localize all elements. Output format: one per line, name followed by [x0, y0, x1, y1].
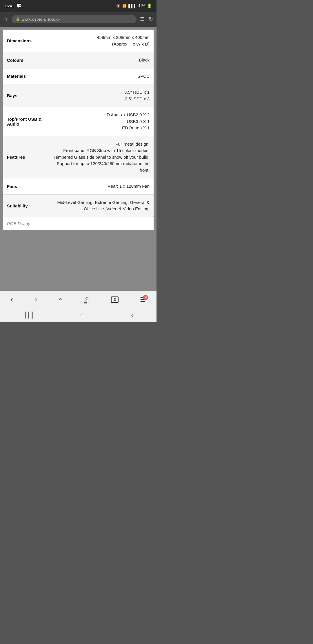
browser-bar: ☆ 🔒 www.pcspecialist.co.uk ☰ ↻: [0, 12, 156, 27]
menu-button[interactable]: ☰ N: [140, 296, 146, 303]
url-bar[interactable]: 🔒 www.pcspecialist.co.uk: [12, 15, 137, 23]
favorites-icon[interactable]: ☆: [3, 16, 8, 22]
back-button[interactable]: ‹: [11, 295, 13, 304]
table-row: Colours Black: [3, 52, 154, 68]
browser-actions: ☰ ↻: [140, 16, 153, 22]
spec-value-colours: Black: [46, 52, 154, 68]
lock-icon: 🔒: [16, 17, 20, 21]
url-text: www.pcspecialist.co.uk: [22, 17, 60, 21]
android-back-icon[interactable]: ‹: [131, 312, 133, 319]
tabs-icon: 3: [111, 296, 119, 303]
forward-icon: ›: [34, 295, 37, 304]
spec-label-bays: Bays: [3, 84, 46, 107]
table-row: Fans Rear: 1 x 120mm Fan: [3, 178, 154, 195]
bottom-nav: ‹ › ⌂ ☆☰ 3 ☰ N: [0, 291, 156, 308]
spec-label-materials: Materials: [3, 68, 46, 84]
wifi-icon: 📶: [122, 4, 127, 8]
bookmarks-icon: ☆☰: [84, 295, 90, 304]
spec-label-features: Features: [3, 136, 46, 178]
status-time: 16:41: [5, 4, 14, 8]
signal-icon: ▌▌▌: [128, 4, 137, 8]
tabs-button[interactable]: 3: [111, 296, 119, 303]
status-right: 🔇 📶 ▌▌▌ 41% 🔋: [116, 3, 152, 8]
table-row: Materials SPCC: [3, 68, 154, 85]
spec-label-suitability: Suitability: [3, 195, 46, 217]
spec-label-dimensions: Dimensions: [3, 30, 46, 52]
spec-value-usb: HD Audio + USB2.0 X 2 USB3.0 X 1 LED But…: [46, 107, 154, 136]
back-icon: ‹: [11, 295, 13, 304]
android-home-icon[interactable]: □: [81, 312, 84, 319]
table-row: Features Full metal design. Front panel …: [3, 136, 154, 179]
spec-value-bays: 3.5" HDD x 1 2.5" SSD x 3: [46, 84, 154, 107]
table-row: Top/Front USB & Audio HD Audio + USB2.0 …: [3, 107, 154, 136]
spec-value-dimensions: 458mm x 208mm x 400mm (Approx H x W x D): [46, 30, 154, 52]
status-left: 16:41 💬: [5, 3, 22, 8]
table-row: Dimensions 458mm x 208mm x 400mm (Approx…: [3, 30, 154, 52]
page-content: Dimensions 458mm x 208mm x 400mm (Approx…: [0, 27, 156, 291]
whatsapp-icon: 💬: [17, 3, 22, 8]
partial-row: RGB Ready: [3, 217, 154, 230]
spec-value-features: Full metal design. Front panel RGB Strip…: [46, 136, 154, 178]
android-nav-bar: ┃┃┃ □ ‹: [0, 308, 156, 322]
spec-value-fans: Rear: 1 x 120mm Fan: [46, 178, 154, 194]
table-row: Suitability Mid-Level Gaming, Extreme Ga…: [3, 195, 154, 217]
forward-button[interactable]: ›: [34, 295, 37, 304]
spec-label-colours: Colours: [3, 52, 46, 68]
home-button[interactable]: ⌂: [59, 296, 63, 304]
battery-percent: 41%: [138, 4, 145, 8]
status-bar: 16:41 💬 🔇 📶 ▌▌▌ 41% 🔋: [0, 0, 156, 12]
bookmarks-button[interactable]: ☆☰: [84, 295, 90, 304]
reader-mode-icon[interactable]: ☰: [140, 16, 145, 22]
android-recents-icon[interactable]: ┃┃┃: [23, 312, 34, 319]
spec-label-usb: Top/Front USB & Audio: [3, 107, 46, 136]
home-icon: ⌂: [59, 296, 63, 304]
spec-label-fans: Fans: [3, 178, 46, 194]
spec-value-suitability: Mid-Level Gaming, Extreme Gaming, Genera…: [46, 195, 154, 217]
battery-icon: 🔋: [147, 3, 152, 8]
partial-text: RGB Ready: [7, 221, 30, 226]
spec-value-materials: SPCC: [46, 68, 154, 84]
spec-card: Dimensions 458mm x 208mm x 400mm (Approx…: [3, 30, 154, 217]
table-row: Bays 3.5" HDD x 1 2.5" SSD x 3: [3, 84, 154, 107]
notification-badge: N: [143, 295, 148, 300]
tab-count: 3: [114, 297, 116, 302]
mute-icon: 🔇: [116, 4, 121, 8]
refresh-icon[interactable]: ↻: [149, 16, 153, 22]
